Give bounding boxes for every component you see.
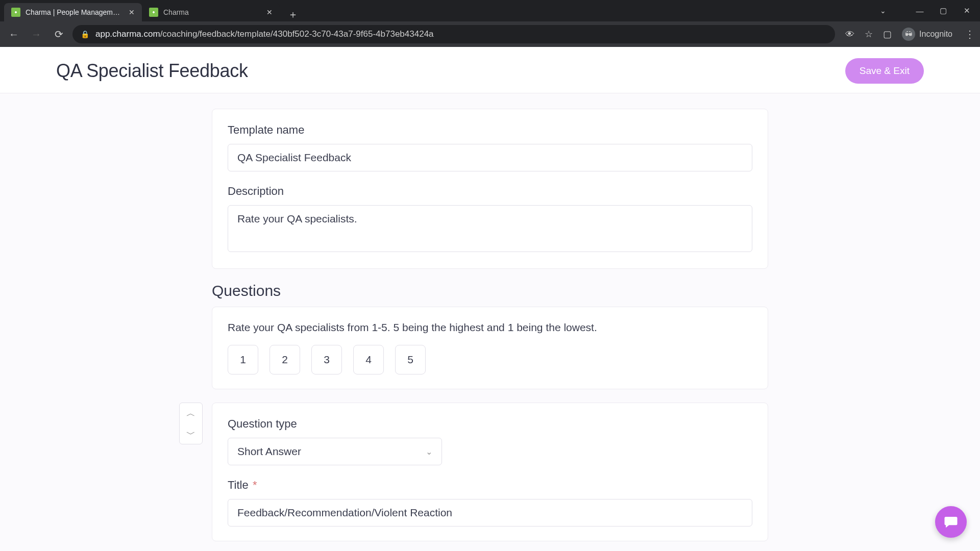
address-bar[interactable]: 🔒 app.charma.com/coaching/feedback/templ… [72,25,835,43]
install-app-icon[interactable]: ▢ [883,29,892,40]
tab-title: Charma [163,8,261,16]
minimize-button[interactable]: — [915,7,925,15]
rating-options-row: 1 2 3 4 5 [228,345,752,374]
save-and-exit-button[interactable]: Save & Exit [845,58,924,84]
close-tab-icon[interactable]: ✕ [266,8,273,16]
rating-option-4[interactable]: 4 [353,345,384,374]
back-button[interactable]: ← [5,26,22,43]
chevron-down-icon: ⌄ [426,447,432,457]
page-title: QA Specialist Feedback [56,60,248,82]
tab-search-icon[interactable]: ⌄ [880,7,886,15]
tab-favicon [11,8,20,17]
question-type-label: Question type [228,417,752,431]
description-label: Description [228,185,752,198]
reload-button[interactable]: ⟳ [50,26,67,43]
question-type-select[interactable]: Short Answer ⌄ [228,438,442,465]
move-up-button[interactable]: ︿ [180,403,202,423]
tab-title: Charma | People Management S [26,8,124,16]
question-editor-wrap: ︿ ﹀ Question type Short Answer ⌄ Title * [212,403,768,541]
forward-button[interactable]: → [28,26,45,43]
new-tab-button[interactable]: ＋ [286,7,300,21]
url-text: app.charma.com/coaching/feedback/templat… [95,29,434,39]
questions-heading: Questions [212,282,768,299]
lock-icon: 🔒 [81,30,89,38]
rating-question-card: Rate your QA specialists from 1-5. 5 bei… [212,307,768,389]
browser-tab-strip: Charma | People Management S ✕ Charma ✕ … [0,0,980,21]
template-name-label: Template name [228,123,752,137]
browser-tab-2[interactable]: Charma ✕ [142,3,280,21]
rating-option-1[interactable]: 1 [228,345,258,374]
page-header: QA Specialist Feedback Save & Exit [0,47,980,93]
template-info-card: Template name Description [212,109,768,269]
reorder-control: ︿ ﹀ [179,403,203,444]
browser-menu-icon[interactable]: ⋮ [965,28,975,40]
browser-toolbar: ← → ⟳ 🔒 app.charma.com/coaching/feedback… [0,21,980,47]
question-title-label: Title * [228,479,752,492]
question-title-input[interactable] [228,499,752,527]
chat-icon [943,514,959,530]
rating-option-5[interactable]: 5 [395,345,426,374]
tab-favicon [149,8,158,17]
browser-tab-1[interactable]: Charma | People Management S ✕ [4,3,142,21]
content-area: Template name Description Questions Rate… [0,93,980,551]
incognito-icon: 🕶 [902,28,915,41]
rating-question-text: Rate your QA specialists from 1-5. 5 bei… [228,321,752,334]
profile-chip[interactable]: 🕶 Incognito [902,28,952,41]
eye-off-icon[interactable]: 👁 [845,29,854,40]
close-window-button[interactable]: ✕ [962,6,972,15]
description-input[interactable] [228,205,752,252]
template-name-input[interactable] [228,144,752,171]
rating-option-3[interactable]: 3 [311,345,342,374]
incognito-label: Incognito [919,30,952,39]
help-chat-button[interactable] [935,506,967,538]
maximize-button[interactable]: ▢ [938,6,948,15]
bookmark-star-icon[interactable]: ☆ [865,29,873,40]
required-asterisk: * [253,479,257,491]
page-root: QA Specialist Feedback Save & Exit Templ… [0,47,980,551]
rating-option-2[interactable]: 2 [270,345,300,374]
question-editor-card: Question type Short Answer ⌄ Title * [212,403,768,541]
move-down-button[interactable]: ﹀ [180,423,202,444]
close-tab-icon[interactable]: ✕ [129,8,135,16]
question-type-value: Short Answer [237,445,301,458]
